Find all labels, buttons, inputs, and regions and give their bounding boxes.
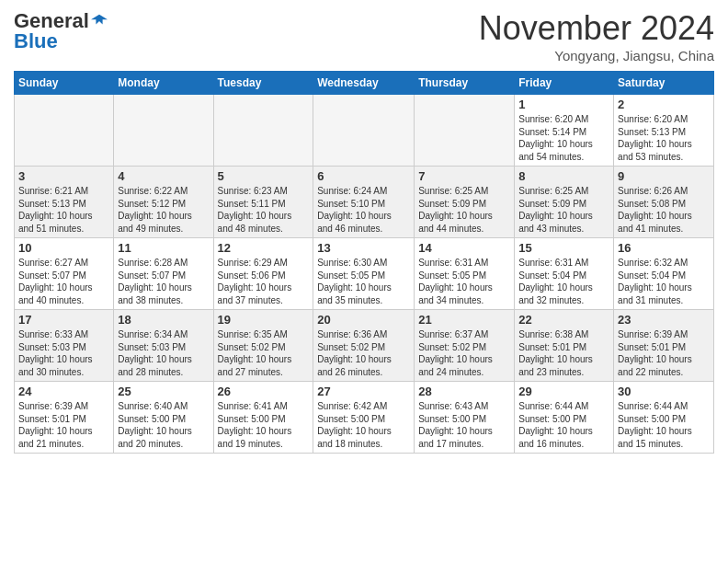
day-number: 9: [618, 169, 710, 183]
day-info: Sunrise: 6:36 AM Sunset: 5:02 PM Dayligh…: [317, 329, 392, 377]
calendar-day-cell: [415, 95, 515, 167]
day-number: 20: [317, 313, 410, 327]
day-info: Sunrise: 6:27 AM Sunset: 5:07 PM Dayligh…: [18, 258, 93, 305]
calendar-day-cell: 6Sunrise: 6:24 AM Sunset: 5:10 PM Daylig…: [313, 167, 415, 238]
day-number: 30: [618, 385, 710, 398]
day-number: 17: [18, 313, 109, 327]
calendar-day-cell: 7Sunrise: 6:25 AM Sunset: 5:09 PM Daylig…: [415, 167, 515, 238]
calendar-day-cell: 18Sunrise: 6:34 AM Sunset: 5:03 PM Dayli…: [114, 310, 213, 382]
day-number: 7: [418, 169, 510, 183]
day-number: 4: [118, 169, 209, 183]
calendar-day-cell: 10Sunrise: 6:27 AM Sunset: 5:07 PM Dayli…: [15, 238, 114, 310]
calendar-day-cell: 17Sunrise: 6:33 AM Sunset: 5:03 PM Dayli…: [15, 310, 114, 382]
day-info: Sunrise: 6:22 AM Sunset: 5:12 PM Dayligh…: [118, 186, 192, 234]
calendar-day-cell: [313, 95, 415, 167]
day-info: Sunrise: 6:23 AM Sunset: 5:11 PM Dayligh…: [218, 186, 292, 234]
calendar-day-cell: 9Sunrise: 6:26 AM Sunset: 5:08 PM Daylig…: [614, 167, 714, 238]
page-header: General Blue November 2024 Yongyang, Jia…: [14, 9, 714, 63]
calendar-week-row: 3Sunrise: 6:21 AM Sunset: 5:13 PM Daylig…: [15, 167, 714, 238]
day-number: 10: [18, 241, 109, 255]
day-info: Sunrise: 6:39 AM Sunset: 5:01 PM Dayligh…: [18, 401, 93, 449]
calendar-day-cell: 21Sunrise: 6:37 AM Sunset: 5:02 PM Dayli…: [415, 310, 515, 382]
calendar-day-cell: 25Sunrise: 6:40 AM Sunset: 5:00 PM Dayli…: [114, 382, 213, 454]
calendar-week-row: 17Sunrise: 6:33 AM Sunset: 5:03 PM Dayli…: [15, 310, 714, 382]
logo: General Blue: [14, 9, 108, 53]
day-info: Sunrise: 6:44 AM Sunset: 5:00 PM Dayligh…: [518, 401, 593, 449]
day-info: Sunrise: 6:26 AM Sunset: 5:08 PM Dayligh…: [618, 186, 692, 234]
calendar-day-cell: 8Sunrise: 6:25 AM Sunset: 5:09 PM Daylig…: [515, 167, 614, 238]
calendar-day-cell: 12Sunrise: 6:29 AM Sunset: 5:06 PM Dayli…: [213, 238, 313, 310]
day-info: Sunrise: 6:37 AM Sunset: 5:02 PM Dayligh…: [418, 329, 493, 377]
day-number: 14: [418, 241, 510, 255]
day-info: Sunrise: 6:35 AM Sunset: 5:02 PM Dayligh…: [218, 329, 292, 377]
day-info: Sunrise: 6:39 AM Sunset: 5:01 PM Dayligh…: [618, 329, 692, 377]
day-number: 22: [518, 313, 609, 327]
day-info: Sunrise: 6:24 AM Sunset: 5:10 PM Dayligh…: [317, 186, 392, 234]
location-text: Yongyang, Jiangsu, China: [479, 48, 714, 63]
day-info: Sunrise: 6:44 AM Sunset: 5:00 PM Dayligh…: [618, 401, 692, 449]
title-block: November 2024 Yongyang, Jiangsu, China: [479, 9, 714, 63]
day-info: Sunrise: 6:25 AM Sunset: 5:09 PM Dayligh…: [418, 186, 493, 234]
calendar-week-row: 24Sunrise: 6:39 AM Sunset: 5:01 PM Dayli…: [15, 382, 714, 454]
calendar-day-cell: 5Sunrise: 6:23 AM Sunset: 5:11 PM Daylig…: [213, 167, 313, 238]
day-number: 29: [518, 385, 609, 398]
day-number: 26: [218, 385, 310, 398]
day-info: Sunrise: 6:20 AM Sunset: 5:14 PM Dayligh…: [518, 114, 593, 162]
calendar-day-cell: 11Sunrise: 6:28 AM Sunset: 5:07 PM Dayli…: [114, 238, 213, 310]
day-info: Sunrise: 6:21 AM Sunset: 5:13 PM Dayligh…: [18, 186, 93, 234]
day-info: Sunrise: 6:29 AM Sunset: 5:06 PM Dayligh…: [218, 258, 292, 305]
day-info: Sunrise: 6:25 AM Sunset: 5:09 PM Dayligh…: [518, 186, 593, 234]
day-number: 18: [118, 313, 209, 327]
day-number: 2: [618, 98, 710, 111]
weekday-header-sunday: Sunday: [15, 72, 114, 95]
calendar-day-cell: 1Sunrise: 6:20 AM Sunset: 5:14 PM Daylig…: [515, 95, 614, 167]
calendar-day-cell: [213, 95, 313, 167]
day-info: Sunrise: 6:31 AM Sunset: 5:04 PM Dayligh…: [518, 258, 593, 305]
weekday-header-saturday: Saturday: [614, 72, 714, 95]
weekday-header-monday: Monday: [114, 72, 213, 95]
day-number: 12: [218, 241, 310, 255]
calendar-day-cell: 24Sunrise: 6:39 AM Sunset: 5:01 PM Dayli…: [15, 382, 114, 454]
day-number: 6: [317, 169, 410, 183]
day-number: 15: [518, 241, 609, 255]
day-number: 8: [518, 169, 609, 183]
day-number: 1: [518, 98, 609, 111]
weekday-header-wednesday: Wednesday: [313, 72, 415, 95]
calendar-table: SundayMondayTuesdayWednesdayThursdayFrid…: [14, 71, 714, 454]
calendar-day-cell: 22Sunrise: 6:38 AM Sunset: 5:01 PM Dayli…: [515, 310, 614, 382]
logo-bird-icon: [91, 13, 108, 29]
calendar-day-cell: 14Sunrise: 6:31 AM Sunset: 5:05 PM Dayli…: [415, 238, 515, 310]
calendar-day-cell: 15Sunrise: 6:31 AM Sunset: 5:04 PM Dayli…: [515, 238, 614, 310]
day-number: 11: [118, 241, 209, 255]
day-info: Sunrise: 6:33 AM Sunset: 5:03 PM Dayligh…: [18, 329, 93, 377]
day-info: Sunrise: 6:38 AM Sunset: 5:01 PM Dayligh…: [518, 329, 593, 377]
calendar-day-cell: [15, 95, 114, 167]
day-info: Sunrise: 6:41 AM Sunset: 5:00 PM Dayligh…: [218, 401, 292, 449]
day-number: 21: [418, 313, 510, 327]
day-info: Sunrise: 6:20 AM Sunset: 5:13 PM Dayligh…: [618, 114, 692, 162]
calendar-day-cell: 4Sunrise: 6:22 AM Sunset: 5:12 PM Daylig…: [114, 167, 213, 238]
calendar-day-cell: 26Sunrise: 6:41 AM Sunset: 5:00 PM Dayli…: [213, 382, 313, 454]
calendar-day-cell: 13Sunrise: 6:30 AM Sunset: 5:05 PM Dayli…: [313, 238, 415, 310]
logo-blue-text: Blue: [14, 29, 58, 53]
day-info: Sunrise: 6:30 AM Sunset: 5:05 PM Dayligh…: [317, 258, 392, 305]
calendar-day-cell: 16Sunrise: 6:32 AM Sunset: 5:04 PM Dayli…: [614, 238, 714, 310]
day-info: Sunrise: 6:34 AM Sunset: 5:03 PM Dayligh…: [118, 329, 192, 377]
day-number: 23: [618, 313, 710, 327]
day-number: 16: [618, 241, 710, 255]
day-info: Sunrise: 6:32 AM Sunset: 5:04 PM Dayligh…: [618, 258, 692, 305]
svg-marker-0: [91, 15, 108, 25]
weekday-header-row: SundayMondayTuesdayWednesdayThursdayFrid…: [15, 72, 714, 95]
day-number: 19: [218, 313, 310, 327]
calendar-day-cell: [114, 95, 213, 167]
calendar-day-cell: 30Sunrise: 6:44 AM Sunset: 5:00 PM Dayli…: [614, 382, 714, 454]
month-title: November 2024: [479, 9, 714, 48]
day-info: Sunrise: 6:40 AM Sunset: 5:00 PM Dayligh…: [118, 401, 192, 449]
calendar-week-row: 1Sunrise: 6:20 AM Sunset: 5:14 PM Daylig…: [15, 95, 714, 167]
day-info: Sunrise: 6:43 AM Sunset: 5:00 PM Dayligh…: [418, 401, 493, 449]
day-info: Sunrise: 6:42 AM Sunset: 5:00 PM Dayligh…: [317, 401, 392, 449]
calendar-day-cell: 27Sunrise: 6:42 AM Sunset: 5:00 PM Dayli…: [313, 382, 415, 454]
calendar-day-cell: 19Sunrise: 6:35 AM Sunset: 5:02 PM Dayli…: [213, 310, 313, 382]
calendar-day-cell: 23Sunrise: 6:39 AM Sunset: 5:01 PM Dayli…: [614, 310, 714, 382]
weekday-header-thursday: Thursday: [415, 72, 515, 95]
